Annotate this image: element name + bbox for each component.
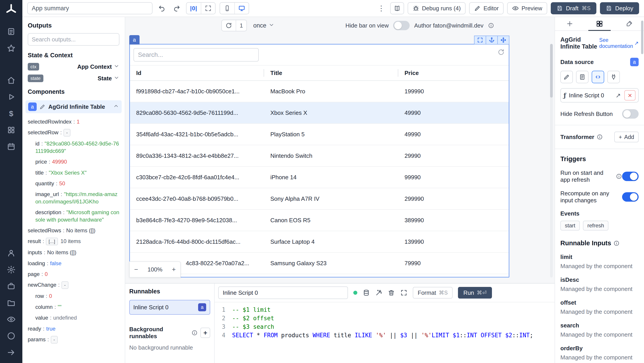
ctx-row[interactable]: ctx App Context [28,63,120,71]
attached-script-row[interactable]: ƒ Inline Script 0 ↗ × [560,88,639,103]
zoom-out-button[interactable]: − [134,266,138,273]
tree-item-loading[interactable]: loading:false [28,258,120,269]
table-row[interactable]: 354f6afd-43ac-4321-b1bc-0b5e5adcb...Play… [130,124,509,145]
move-component-icon[interactable] [497,36,510,45]
static-edit-icon[interactable] [560,71,573,83]
draft-button[interactable]: Draft ⌘S [551,2,596,14]
table-row-selected[interactable]: 829ca080-5630-4562-9d5e-7611199d...Xbox … [130,102,509,124]
docs-book-button[interactable] [390,2,404,14]
add-background-runnable-button[interactable]: + [200,328,210,338]
template-file-icon[interactable] [576,71,588,83]
chevron-down-icon[interactable] [114,75,120,82]
frequency-select[interactable]: once [253,22,274,29]
tree-item-id[interactable]: id:"829ca080-5630-4562-9d5e-7611199dc669… [28,138,120,156]
folders-icon[interactable] [5,297,17,309]
runs-play-icon[interactable] [5,91,17,103]
app-canvas[interactable]: a Id Title Price f991898d-cb27-4ac7-b10c… [125,34,554,283]
connect-plug-icon[interactable] [607,71,620,83]
tree-item-inputs[interactable]: inputs:No items ([]) [28,247,120,258]
tree-item-page[interactable]: page:0 [28,269,120,279]
table-row[interactable]: c303bce7-cb2e-42c6-8fdf-6aa01fc4e4...iPh… [130,167,509,188]
chevron-down-icon[interactable] [114,63,120,71]
panel-scrollbar[interactable] [641,21,643,54]
windmill-logo-icon[interactable] [5,4,17,16]
desktop-view-icon[interactable] [234,3,249,14]
schedules-calendar-icon[interactable] [5,141,17,153]
expand-editor-icon[interactable] [400,289,408,296]
tree-item-ready[interactable]: ready:true [28,323,120,334]
info-icon[interactable] [596,134,603,140]
tree-item-row[interactable]: row:0 [28,291,120,301]
kebab-menu-icon[interactable]: ⋮ [376,3,386,14]
tab-component-settings[interactable] [585,17,614,31]
expand-component-icon[interactable] [474,36,486,45]
tree-item-description[interactable]: description:"Microsoft gaming console wi… [28,207,120,225]
tree-item-params[interactable]: params:- [28,334,120,345]
inline-code-icon[interactable] [592,71,604,83]
aggrid-component[interactable]: a Id Title Price f991898d-cb27-4ac7-b10c… [129,44,510,277]
component-tag-badge[interactable]: a [129,35,140,45]
table-refresh-icon[interactable] [498,49,505,57]
tree-item-selectedRows[interactable]: selectedRows:No items ([]) [28,225,120,236]
add-transformer-button[interactable]: +Add [614,132,639,142]
table-row[interactable]: f991898d-cb27-4ac7-b10c-0b9050ce1...MacB… [130,81,509,102]
user-icon[interactable] [5,247,17,259]
column-header-id[interactable]: Id [130,70,264,77]
tree-item-column[interactable]: column:"" [28,302,120,312]
audit-eye-icon[interactable] [5,313,17,325]
info-icon[interactable] [192,330,198,336]
table-row[interactable]: ccee43dc-27e0-40a8-b768-b09579b0...Sony … [130,188,509,210]
table-row[interactable]: b3e864c8-7fe3-4270-89e9-54c12038...Canon… [130,210,509,231]
tree-item-image-url[interactable]: image_url:"https://m.media-amazon.com/im… [28,189,120,207]
settings-gear-icon[interactable] [5,264,17,276]
fullscreen-icon[interactable] [201,3,215,14]
event-chip-start[interactable]: start [560,221,580,230]
detach-script-button[interactable]: × [624,90,636,101]
zoom-in-button[interactable]: + [172,266,176,273]
tree-item-quantity[interactable]: quantity:50 [28,178,120,189]
tree-item-selectedRow[interactable]: selectedRow:- [28,127,120,138]
deploy-button[interactable]: Deploy [600,2,639,14]
canvas-scrollbar[interactable] [550,44,553,277]
tree-item-value[interactable]: value:undefined [28,312,120,323]
script-name-input[interactable] [218,286,348,299]
tree-item-price[interactable]: price:49990 [28,156,120,167]
tree-item-selectedRowIndex[interactable]: selectedRowIndex:1 [28,116,120,127]
apps-list-icon[interactable] [5,26,17,38]
grid-gutter-icon[interactable]: |0| [186,3,201,14]
search-outputs-input[interactable] [28,33,120,46]
mobile-view-icon[interactable] [220,3,234,14]
table-row[interactable]: 4c83-8022-5e70a07a2...Samsung Galaxy S23… [130,253,509,274]
preview-button[interactable]: Preview [507,2,547,14]
event-chip-refresh[interactable]: refresh [583,221,609,230]
anchor-icon[interactable] [486,36,498,45]
ai-wand-icon[interactable] [375,289,382,296]
status-circle-icon[interactable] [5,330,17,342]
trigger-recompute-toggle[interactable] [622,192,639,202]
info-icon[interactable] [613,240,620,246]
editor-button[interactable]: Editor [469,2,504,14]
code-editor[interactable]: 1-- $1 limit 2-- $2 offset 3-- $3 search… [215,302,554,363]
chevron-up-icon[interactable] [113,103,119,111]
column-header-title[interactable]: Title [264,70,398,77]
database-icon[interactable] [363,289,370,296]
tree-item-result[interactable]: result:[...]10 items [28,236,120,247]
table-search-input[interactable] [134,48,259,62]
undo-button[interactable] [156,3,167,14]
component-list-item[interactable]: a AgGrid Infinite Table [26,100,122,113]
refresh-app-icon[interactable] [222,20,236,31]
debug-runs-button[interactable]: Debug runs (4) [408,2,466,14]
delete-trash-icon[interactable] [388,289,395,296]
workspace-briefcase-icon[interactable] [5,280,17,292]
tree-item-newChange[interactable]: newChange:- [28,279,120,291]
home-icon[interactable] [5,74,17,86]
state-row[interactable]: state State [28,75,120,82]
open-script-external-icon[interactable]: ↗ [616,92,621,99]
trigger-start-toggle[interactable] [622,172,639,181]
info-icon[interactable] [616,173,622,179]
table-row[interactable]: 2128adca-7fc6-44bd-800c-dc115df6ac...Sur… [130,231,509,253]
resources-grid-icon[interactable] [5,124,17,136]
tab-styling[interactable] [614,17,644,31]
edit-pencil-icon[interactable] [39,104,46,110]
hide-refresh-toggle[interactable] [622,109,639,119]
